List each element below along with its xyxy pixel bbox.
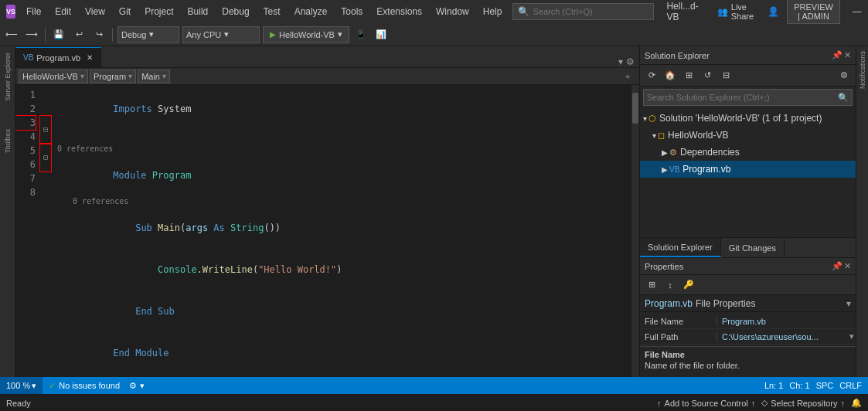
live-share-button[interactable]: 👥 Live Share — [711, 0, 760, 24]
props-dropdown-icon[interactable]: ▾ — [846, 298, 851, 309]
se-search-input[interactable] — [647, 93, 835, 102]
ready-label: Ready — [6, 399, 31, 408]
menu-debug[interactable]: Debug — [216, 3, 255, 20]
props-title: Properties — [645, 262, 683, 271]
props-toolbar: ⊞ ↕ 🔑 — [640, 275, 856, 295]
editor-scrollbar[interactable] — [631, 85, 639, 377]
menu-window[interactable]: Window — [430, 3, 475, 20]
editor-settings-icon[interactable]: ⚙ — [626, 56, 635, 67]
menu-help[interactable]: Help — [477, 3, 509, 20]
ci-8 — [40, 199, 51, 213]
line-num-3: 3 — [15, 116, 36, 130]
se-sync-btn[interactable]: ⟳ — [643, 67, 660, 84]
title-search-box[interactable]: 🔍 — [512, 3, 654, 20]
props-sort-btn[interactable]: ↕ — [662, 277, 679, 294]
menu-edit[interactable]: Edit — [49, 3, 77, 20]
file-arrow-icon[interactable]: ▶ — [662, 165, 668, 174]
code-line-2 — [57, 130, 625, 144]
se-filter-btn[interactable]: ⊞ — [680, 67, 697, 84]
breadcrumb-file[interactable]: Program ▾ — [90, 70, 136, 83]
code-area[interactable]: 1 2 3 4 5 6 7 8 ⊟ ⊟ — [15, 85, 639, 377]
deps-arrow-icon[interactable]: ▶ — [662, 148, 668, 157]
close-se-icon[interactable]: ✕ — [844, 50, 851, 60]
bell-icon[interactable]: 🔔 — [851, 398, 862, 408]
run-button[interactable]: ▶ HelloWorld-VB ▾ — [263, 26, 349, 43]
crlf-indicator[interactable]: CRLF — [839, 381, 862, 390]
close-tab-icon[interactable]: ✕ — [87, 53, 93, 62]
status-bar: 100 % ▾ ✓ No issues found ⚙ ▾ Ln: 1 Ch: … — [0, 377, 868, 394]
save-all-button[interactable]: 💾 — [50, 26, 67, 43]
server-explorer-tab[interactable]: Server Explorer — [2, 46, 14, 107]
spc-indicator: SPC — [816, 381, 834, 390]
editor-tab-bar: VB Program.vb ✕ ▾ ⚙ — [15, 46, 639, 68]
project-arrow-icon[interactable]: ▾ — [652, 131, 656, 140]
menu-test[interactable]: Test — [257, 3, 287, 20]
menu-git[interactable]: Git — [113, 3, 137, 20]
tab-git-changes[interactable]: Git Changes — [721, 238, 785, 257]
add-editor-btn[interactable]: + — [619, 68, 636, 85]
menu-extensions[interactable]: Extensions — [370, 3, 428, 20]
menu-file[interactable]: File — [20, 3, 47, 20]
title-search-input[interactable] — [533, 7, 648, 16]
profiler-button[interactable]: 📊 — [373, 26, 390, 43]
menu-tools[interactable]: Tools — [335, 3, 369, 20]
tree-solution[interactable]: ▾ ⬡ Solution 'HelloWorld-VB' (1 of 1 pro… — [640, 110, 856, 127]
editor-dropdown-icon[interactable]: ▾ — [618, 56, 623, 67]
chevron-right-icon: ▾ — [162, 72, 166, 80]
collapse-module-icon[interactable]: ⊟ — [43, 123, 48, 137]
notif-sidebar: Notifications — [856, 46, 868, 377]
run-status: ⚙ ▾ — [126, 381, 148, 391]
repo-icon: ◇ — [761, 398, 768, 408]
program-vb-tab[interactable]: VB Program.vb ✕ — [15, 47, 101, 67]
props-grid-btn[interactable]: ⊞ — [643, 277, 660, 294]
toolbox-tab[interactable]: Toolbox — [2, 123, 14, 159]
breadcrumb-project[interactable]: HelloWorld-VB ▾ — [19, 70, 88, 83]
no-issues-indicator[interactable]: ✓ No issues found — [43, 381, 126, 391]
props-header: Properties 📌 ✕ — [640, 258, 856, 275]
menu-view[interactable]: View — [79, 3, 111, 20]
props-close-icon[interactable]: ✕ — [844, 261, 851, 271]
solution-explorer-panel: Solution Explorer 📌 ✕ ⟳ 🏠 ⊞ ↺ ⊟ ⚙ 🔍 — [640, 46, 856, 237]
scroll-thumb[interactable] — [632, 93, 638, 124]
zoom-control[interactable]: 100 % ▾ — [0, 377, 43, 394]
live-share-icon: 👥 — [717, 7, 728, 17]
props-desc-text: Name of the file or folder. — [645, 361, 851, 370]
breadcrumb-member[interactable]: Main ▾ — [138, 70, 170, 83]
redo-button[interactable]: ↪ — [90, 26, 107, 43]
props-pin-icon[interactable]: 📌 — [832, 261, 842, 271]
forward-button[interactable]: ⟶ — [23, 26, 40, 43]
collapse-sub-icon[interactable]: ⊟ — [43, 151, 48, 165]
cpu-config-dropdown[interactable]: Any CPU ▾ — [182, 26, 260, 43]
minimize-button[interactable]: — — [845, 0, 868, 23]
menu-analyze[interactable]: Analyze — [288, 3, 334, 20]
se-settings-btn[interactable]: ⚙ — [836, 67, 853, 84]
notifications-tab[interactable]: Notifications — [857, 46, 868, 93]
se-refresh-btn[interactable]: ↺ — [699, 67, 716, 84]
solution-icon: ⬡ — [648, 114, 656, 124]
menu-build[interactable]: Build — [182, 3, 215, 20]
se-search-box[interactable]: 🔍 — [643, 89, 853, 106]
tree-program-vb[interactable]: ▶ VB Program.vb — [640, 161, 856, 178]
account-icon[interactable]: 👤 — [764, 6, 782, 17]
select-repository-btn[interactable]: ◇ Select Repository ↑ — [761, 398, 845, 408]
props-header-actions: 📌 ✕ — [832, 261, 851, 271]
pin-icon[interactable]: 📌 — [832, 50, 842, 60]
se-collapse-btn[interactable]: ⊟ — [717, 67, 734, 84]
undo-button[interactable]: ↩ — [70, 26, 87, 43]
se-header-actions: 📌 ✕ — [832, 50, 851, 60]
select-repo-dropdown-icon: ↑ — [841, 399, 846, 408]
tree-dependencies[interactable]: ▶ ⚙ Dependencies — [640, 144, 856, 161]
tab-solution-explorer[interactable]: Solution Explorer — [640, 238, 721, 257]
status-right: Ln: 1 Ch: 1 SPC CRLF — [764, 381, 868, 390]
solution-arrow-icon[interactable]: ▾ — [643, 114, 647, 123]
add-source-control-btn[interactable]: ↑ Add to Source Control ↑ — [657, 399, 755, 408]
debug-config-dropdown[interactable]: Debug ▾ — [117, 26, 179, 43]
props-key-btn[interactable]: 🔑 — [680, 277, 697, 294]
se-home-btn[interactable]: 🏠 — [662, 67, 679, 84]
preview-admin-button[interactable]: PREVIEW | ADMIN — [787, 0, 840, 24]
code-content[interactable]: Imports System 0 references Module Progr… — [51, 85, 631, 377]
device-button[interactable]: 📱 — [352, 26, 369, 43]
back-button[interactable]: ⟵ — [3, 26, 20, 43]
menu-project[interactable]: Project — [138, 3, 179, 20]
tree-project[interactable]: ▾ ◻ HelloWorld-VB — [640, 127, 856, 144]
